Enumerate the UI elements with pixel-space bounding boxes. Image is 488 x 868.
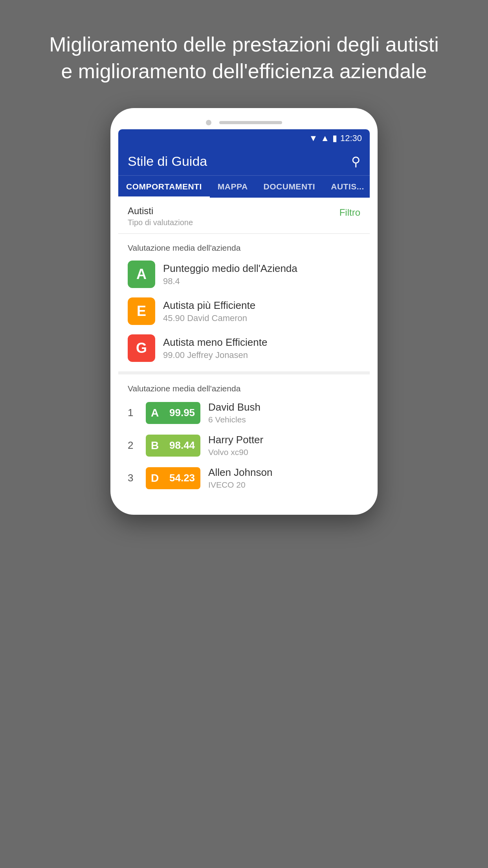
driver-vehicle-2: Volvo xc90	[208, 448, 263, 457]
stat-info-3: Autista meno Efficiente 99.00 Jeffrey Jo…	[163, 336, 267, 360]
ranked-row-3[interactable]: 3 D 54.23 Allen Johnson IVECO 20	[128, 466, 360, 490]
score-badge-3: D 54.23	[146, 467, 200, 489]
stat-row-1: A Punteggio medio dell'Azienda 98.4	[128, 261, 360, 288]
driver-vehicle-3: IVECO 20	[208, 480, 272, 490]
wifi-icon: ▼	[309, 133, 317, 143]
score-letter-1: A	[146, 402, 164, 424]
rank-1: 1	[128, 407, 139, 419]
tab-autisti[interactable]: AUTIS...	[323, 176, 370, 198]
phone-speaker	[219, 121, 282, 124]
tab-documenti[interactable]: DOCUMENTI	[256, 176, 323, 198]
company-avg-section-1: Valutazione media dell'azienda A Puntegg…	[118, 234, 370, 374]
phone-frame: ▼ ▲ ▮ 12:30 Stile di Guida ⚲ COMPORTAMEN…	[110, 108, 378, 515]
phone-screen: ▼ ▲ ▮ 12:30 Stile di Guida ⚲ COMPORTAMEN…	[118, 129, 370, 499]
driver-info-1: David Bush 6 Vehicles	[208, 401, 261, 424]
score-badge-2: B 98.44	[146, 435, 200, 457]
filter-left: Autisti Tipo di valutazione	[128, 206, 193, 227]
tab-comportamenti[interactable]: COMPORTAMENTI	[118, 176, 210, 198]
stat-title-3: Autista meno Efficiente	[163, 336, 267, 349]
status-icons: ▼ ▲ ▮ 12:30	[309, 133, 362, 143]
score-value-1: 99.95	[164, 402, 200, 424]
stat-row-3: G Autista meno Efficiente 99.00 Jeffrey …	[128, 334, 360, 362]
section2-label: Valutazione media dell'azienda	[128, 384, 360, 393]
stat-info-2: Autista più Efficiente 45.90 David Camer…	[163, 299, 255, 323]
section1-label: Valutazione media dell'azienda	[128, 243, 360, 253]
driver-info-2: Harry Potter Volvo xc90	[208, 434, 263, 457]
driver-name-1: David Bush	[208, 401, 261, 413]
tab-bar: COMPORTAMENTI MAPPA DOCUMENTI AUTIS...	[118, 175, 370, 198]
stat-value-2: 45.90 David Cameron	[163, 313, 255, 323]
driver-name-3: Allen Johnson	[208, 466, 272, 479]
stat-value-3: 99.00 Jeffrey Jonasen	[163, 350, 267, 360]
app-bar: Stile di Guida ⚲	[118, 147, 370, 175]
phone-camera	[206, 120, 211, 125]
driver-vehicle-1: 6 Vehicles	[208, 415, 261, 424]
score-letter-2: B	[146, 435, 164, 457]
stat-row-2: E Autista più Efficiente 45.90 David Cam…	[128, 297, 360, 325]
stat-title-1: Punteggio medio dell'Azienda	[163, 262, 297, 275]
battery-icon: ▮	[332, 133, 337, 143]
search-icon: ⚲	[351, 154, 360, 169]
filter-subtitle: Tipo di valutazione	[128, 218, 193, 227]
rank-2: 2	[128, 439, 139, 451]
company-avg-section-2: Valutazione media dell'azienda 1 A 99.95…	[118, 374, 370, 499]
signal-icon: ▲	[321, 133, 329, 143]
driver-info-3: Allen Johnson IVECO 20	[208, 466, 272, 490]
ranked-row-1[interactable]: 1 A 99.95 David Bush 6 Vehicles	[128, 401, 360, 424]
stat-info-1: Punteggio medio dell'Azienda 98.4	[163, 262, 297, 286]
stat-title-2: Autista più Efficiente	[163, 299, 255, 312]
status-bar: ▼ ▲ ▮ 12:30	[118, 129, 370, 147]
driver-name-2: Harry Potter	[208, 434, 263, 446]
header-text: Miglioramento delle prestazioni degli au…	[0, 0, 488, 108]
tab-mappa[interactable]: MAPPA	[210, 176, 256, 198]
filter-button[interactable]: Filtro	[339, 207, 360, 218]
content-area: Autisti Tipo di valutazione Filtro Valut…	[118, 198, 370, 499]
ranked-row-2[interactable]: 2 B 98.44 Harry Potter Volvo xc90	[128, 434, 360, 457]
grade-badge-a: A	[128, 261, 155, 288]
rank-3: 3	[128, 472, 139, 484]
score-badge-1: A 99.95	[146, 402, 200, 424]
score-value-2: 98.44	[164, 435, 200, 457]
phone-top-bar	[118, 120, 370, 125]
filter-row: Autisti Tipo di valutazione Filtro	[118, 198, 370, 234]
clock: 12:30	[340, 133, 362, 143]
stat-value-1: 98.4	[163, 276, 297, 286]
search-button[interactable]: ⚲	[351, 154, 360, 169]
score-value-3: 54.23	[164, 467, 200, 489]
score-letter-3: D	[146, 467, 164, 489]
app-title: Stile di Guida	[128, 154, 207, 169]
grade-badge-e: E	[128, 297, 155, 325]
grade-badge-g: G	[128, 334, 155, 362]
filter-title: Autisti	[128, 206, 193, 217]
